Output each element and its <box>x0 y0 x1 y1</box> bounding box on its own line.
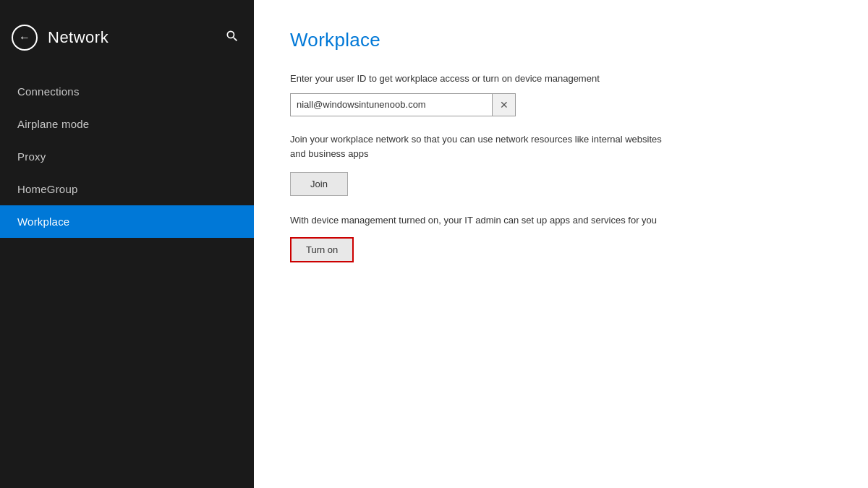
sidebar-item-proxy[interactable]: Proxy <box>0 140 254 173</box>
back-button[interactable]: ← <box>12 25 38 51</box>
sidebar-item-airplane-mode[interactable]: Airplane mode <box>0 108 254 140</box>
back-arrow-icon: ← <box>19 32 30 43</box>
device-mgmt-description: With device management turned on, your I… <box>290 213 666 228</box>
email-input[interactable] <box>290 93 493 116</box>
page-title: Workplace <box>290 29 832 51</box>
sidebar-item-connections[interactable]: Connections <box>0 75 254 108</box>
email-input-row: ✕ <box>290 93 832 116</box>
user-id-label: Enter your user ID to get workplace acce… <box>290 72 832 86</box>
sidebar-nav: Connections Airplane mode Proxy HomeGrou… <box>0 75 254 238</box>
sidebar-title: Network <box>48 28 109 47</box>
join-button[interactable]: Join <box>290 172 348 196</box>
join-description: Join your workplace network so that you … <box>290 132 666 163</box>
sidebar-item-workplace[interactable]: Workplace <box>0 205 254 238</box>
sidebar-header: ← Network <box>0 0 254 75</box>
sidebar: ← Network Connections Airplane mode Prox… <box>0 0 254 488</box>
sidebar-item-homegroup[interactable]: HomeGroup <box>0 173 254 205</box>
search-button[interactable] <box>225 29 239 46</box>
main-content: Workplace Enter your user ID to get work… <box>254 0 868 488</box>
turn-on-button[interactable]: Turn on <box>290 237 354 262</box>
clear-input-button[interactable]: ✕ <box>493 93 516 116</box>
search-icon <box>225 29 239 43</box>
